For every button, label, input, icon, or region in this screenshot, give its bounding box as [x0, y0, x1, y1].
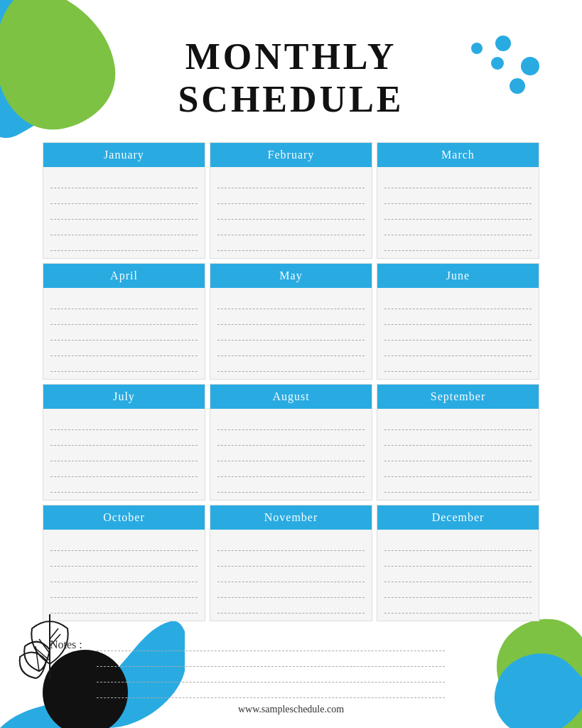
- month-lines-february: [210, 167, 372, 258]
- month-block-may: May: [210, 263, 372, 380]
- month-block-april: April: [43, 263, 205, 380]
- schedule-line[interactable]: [384, 294, 532, 309]
- schedule-line[interactable]: [217, 446, 365, 461]
- schedule-line[interactable]: [50, 188, 198, 204]
- schedule-line[interactable]: [384, 551, 532, 567]
- schedule-line[interactable]: [384, 446, 532, 461]
- schedule-line[interactable]: [384, 477, 532, 493]
- schedule-line[interactable]: [384, 235, 532, 251]
- month-header-march: March: [377, 143, 539, 167]
- schedule-line[interactable]: [384, 188, 532, 204]
- schedule-line[interactable]: [217, 551, 365, 567]
- schedule-line[interactable]: [217, 477, 365, 493]
- month-block-august: August: [210, 384, 372, 500]
- schedule-line[interactable]: [50, 477, 198, 493]
- schedule-line[interactable]: [217, 598, 365, 614]
- month-lines-may: [210, 288, 372, 379]
- schedule-line[interactable]: [50, 294, 198, 309]
- schedule-line[interactable]: [384, 173, 532, 188]
- notes-lines: [97, 636, 532, 698]
- month-header-january: January: [43, 143, 205, 167]
- month-block-june: June: [377, 263, 539, 380]
- month-lines-january: [43, 167, 205, 258]
- schedule-line[interactable]: [50, 309, 198, 325]
- schedule-line[interactable]: [384, 582, 532, 598]
- schedule-line[interactable]: [384, 461, 532, 477]
- schedule-line[interactable]: [217, 220, 365, 235]
- schedule-line[interactable]: [50, 567, 198, 582]
- months-grid: JanuaryFebruaryMarchAprilMayJuneJulyAugu…: [43, 142, 539, 621]
- schedule-line[interactable]: [217, 204, 365, 220]
- month-header-june: June: [377, 264, 539, 288]
- month-block-february: February: [210, 142, 372, 259]
- schedule-line[interactable]: [217, 235, 365, 251]
- schedule-line[interactable]: [50, 551, 198, 567]
- schedule-line[interactable]: [50, 535, 198, 551]
- schedule-line[interactable]: [50, 446, 198, 461]
- schedule-line[interactable]: [384, 598, 532, 614]
- month-header-july: July: [43, 385, 205, 409]
- month-header-november: November: [210, 505, 372, 530]
- month-lines-august: [210, 409, 372, 500]
- schedule-line[interactable]: [50, 414, 198, 430]
- schedule-line[interactable]: [384, 341, 532, 356]
- notes-section: Notes :: [43, 636, 539, 698]
- schedule-line[interactable]: [50, 341, 198, 356]
- month-lines-december: [377, 530, 539, 621]
- schedule-line[interactable]: [217, 173, 365, 188]
- schedule-line[interactable]: [217, 582, 365, 598]
- main-content: MONTHLY SCHEDULE JanuaryFebruaryMarchApr…: [0, 0, 582, 728]
- month-block-october: October: [43, 505, 205, 621]
- schedule-line[interactable]: [384, 430, 532, 446]
- month-header-april: April: [43, 264, 205, 288]
- schedule-line[interactable]: [217, 535, 365, 551]
- month-block-july: July: [43, 384, 205, 500]
- month-lines-september: [377, 409, 539, 500]
- footer-url: www.sampleschedule.com: [43, 704, 539, 715]
- month-lines-june: [377, 288, 539, 379]
- schedule-line[interactable]: [50, 430, 198, 446]
- schedule-line[interactable]: [50, 173, 198, 188]
- leaf-icon: [14, 607, 85, 685]
- month-header-february: February: [210, 143, 372, 167]
- schedule-line[interactable]: [384, 356, 532, 372]
- schedule-line[interactable]: [50, 325, 198, 341]
- notes-line[interactable]: [97, 667, 446, 682]
- schedule-line[interactable]: [217, 461, 365, 477]
- schedule-line[interactable]: [217, 356, 365, 372]
- schedule-line[interactable]: [384, 414, 532, 430]
- schedule-line[interactable]: [384, 567, 532, 582]
- month-header-december: December: [377, 505, 539, 530]
- notes-line[interactable]: [97, 682, 446, 698]
- month-header-august: August: [210, 385, 372, 409]
- schedule-line[interactable]: [217, 294, 365, 309]
- schedule-line[interactable]: [50, 356, 198, 372]
- month-header-october: October: [43, 505, 205, 530]
- schedule-line[interactable]: [50, 204, 198, 220]
- notes-line[interactable]: [97, 651, 446, 667]
- schedule-line[interactable]: [217, 325, 365, 341]
- schedule-line[interactable]: [50, 461, 198, 477]
- schedule-line[interactable]: [217, 430, 365, 446]
- schedule-line[interactable]: [384, 204, 532, 220]
- month-header-may: May: [210, 264, 372, 288]
- schedule-line[interactable]: [50, 235, 198, 251]
- schedule-line[interactable]: [50, 220, 198, 235]
- schedule-line[interactable]: [217, 188, 365, 204]
- schedule-line[interactable]: [217, 309, 365, 325]
- month-block-december: December: [377, 505, 539, 621]
- schedule-line[interactable]: [217, 414, 365, 430]
- notes-line[interactable]: [97, 636, 446, 651]
- month-lines-march: [377, 167, 539, 258]
- page-title: MONTHLY SCHEDULE: [43, 36, 539, 121]
- schedule-line[interactable]: [217, 567, 365, 582]
- schedule-line[interactable]: [50, 582, 198, 598]
- schedule-line[interactable]: [384, 325, 532, 341]
- month-block-november: November: [210, 505, 372, 621]
- month-lines-july: [43, 409, 205, 500]
- schedule-line[interactable]: [384, 309, 532, 325]
- schedule-line[interactable]: [384, 535, 532, 551]
- schedule-line[interactable]: [384, 220, 532, 235]
- schedule-line[interactable]: [217, 341, 365, 356]
- month-block-september: September: [377, 384, 539, 500]
